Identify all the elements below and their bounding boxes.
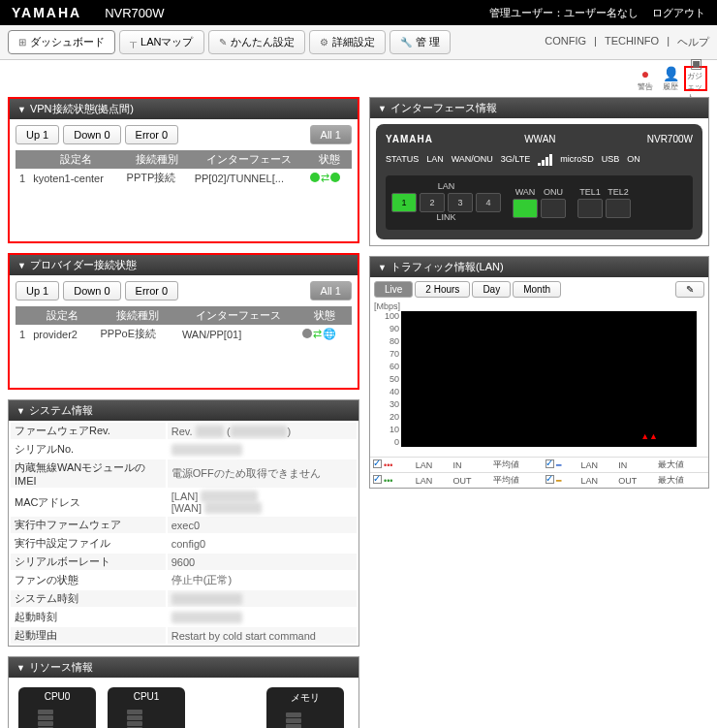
traffic-day-button[interactable]: Day [472,281,511,298]
system-info-row: 実行中設定ファイルconfig0 [11,535,357,552]
vpn-status-panel: ▼VPN接続状態(拠点間) Up 1 Down 0 Error 0 All 1 … [8,97,359,243]
system-info-row: 起動理由Restart by cold start command [11,627,357,644]
tel1-port[interactable] [577,199,603,218]
device-logo: YAMAHA [386,134,433,144]
tab-dashboard-label: ダッシュボード [30,35,105,49]
config-link[interactable]: CONFIG [545,35,586,49]
wwan-label: WWAN [524,134,555,144]
provider-down-filter[interactable]: Down 0 [63,281,120,301]
tel2-label: TEL2 [608,187,629,197]
history-icon[interactable]: 👤履歴 [659,66,682,91]
resource-panel: ▼リソース情報 CPU022 ⊣0 %CPU141 ⊣0 %メモリ17 ⊣17 … [8,656,359,728]
legend-check-1[interactable] [373,459,382,468]
provider-row[interactable]: 1 provider2 PPPoE接続 WAN/PP[01] ⇄🌐 [16,325,352,343]
resource-card-cpu1: CPU141 ⊣0 % [108,687,185,728]
lan-port-4[interactable]: 4 [476,193,501,212]
tab-easy-label: かんたん設定 [231,35,295,49]
device-model: NVR700W [647,134,693,144]
tab-lanmap-label: LANマップ [140,35,193,49]
system-info-table: ファームウェアRev.Rev. XXXX (XXXXXXXX)シリアルNo.XX… [9,421,358,646]
lan-port-3[interactable]: 3 [448,193,473,212]
vpn-th-status: 状態 [306,150,352,169]
lanmap-icon: ┬ [130,37,137,47]
traffic-month-button[interactable]: Month [513,281,561,298]
techinfo-link[interactable]: TECHINFO [605,35,659,49]
wand-icon: ✎ [219,37,227,47]
system-info-row: システム時刻XXXXXXXXXX [11,590,357,607]
provider-all-filter[interactable]: All 1 [310,281,352,301]
resource-panel-title: ▼リソース情報 [9,657,358,678]
legend-check-2[interactable] [373,475,382,484]
device-status-labels: STATUS LAN WAN/ONU 3G/LTE microSD USB ON [386,154,693,166]
vpn-th-type: 接続種別 [123,150,191,169]
provider-th-type: 接続種別 [97,306,178,325]
signal-icon [538,154,552,166]
system-panel-title: ▼システム情報 [9,400,358,421]
tab-dashboard[interactable]: ⊞ダッシュボード [8,30,115,54]
tab-manage[interactable]: 🔧管 理 [390,30,451,54]
system-info-row: シリアルNo.XXXXXXXXXX [11,441,357,458]
provider-panel-title: ▼プロバイダー接続状態 [10,255,358,275]
vpn-down-filter[interactable]: Down 0 [63,125,120,144]
provider-th-iface: インターフェース [178,306,298,325]
provider-up-filter[interactable]: Up 1 [16,281,59,301]
traffic-2hours-button[interactable]: 2 Hours [415,281,470,298]
dashboard-icon: ⊞ [18,37,26,47]
resource-card-cpu0: CPU022 ⊣0 % [18,687,96,728]
vpn-all-filter[interactable]: All 1 [310,125,352,144]
vpn-panel-title: ▼VPN接続状態(拠点間) [10,99,358,119]
system-info-row: シリアルボーレート9600 [11,554,357,570]
onu-port[interactable] [541,199,566,218]
vpn-table: 設定名 接続種別 インターフェース 状態 1 kyoten1-center PP… [16,150,352,187]
wan-port[interactable] [513,199,538,218]
provider-status-icon: ⇄🌐 [302,328,336,340]
provider-status-panel: ▼プロバイダー接続状態 Up 1 Down 0 Error 0 All 1 設定… [8,253,359,390]
link-label: LINK [436,212,455,222]
vpn-error-filter[interactable]: Error 0 [125,125,179,144]
wrench-icon: 🔧 [400,37,412,47]
vpn-th-iface: インターフェース [191,150,307,169]
tab-detail-setup[interactable]: ⚙詳細設定 [309,30,386,54]
logout-link[interactable]: ログアウト [652,6,705,20]
system-info-row: ファンの状態停止中(正常) [11,572,357,588]
tel1-label: TEL1 [579,187,601,197]
wan-group-label: WAN [515,187,536,197]
toolbar: ●警告 👤履歴 ▣ガジェット [0,60,717,97]
device-front-panel: YAMAHA WWAN NVR700W STATUS LAN WAN/ONU 3… [376,124,702,239]
vpn-th-name: 設定名 [29,150,122,169]
lan-port-2[interactable]: 2 [420,193,445,212]
provider-error-filter[interactable]: Error 0 [125,281,179,301]
vpn-row[interactable]: 1 kyoten1-center PPTP接続 PP[02]/TUNNEL[..… [16,169,352,187]
traffic-live-button[interactable]: Live [374,281,413,298]
legend-check-3[interactable] [546,459,554,468]
traffic-unit-label: [Mbps] [370,301,708,311]
product-name: NVR700W [105,6,164,20]
gear-icon: ⚙ [320,37,328,47]
traffic-panel: ▼トラフィック情報(LAN) Live 2 Hours Day Month ✎ … [369,256,709,489]
tab-lanmap[interactable]: ┬LANマップ [119,30,204,54]
tab-easy-setup[interactable]: ✎かんたん設定 [208,30,305,54]
gadget-button[interactable]: ▣ガジェット [684,66,707,91]
tab-detail-label: 詳細設定 [332,35,375,49]
tel2-port[interactable] [606,199,631,218]
help-link[interactable]: ヘルプ [677,35,709,49]
lan-port-1[interactable]: 1 [391,193,417,212]
traffic-legend: ••• LANIN平均値 ━ LANIN最大値 ••• LANOUT平均値 ━ … [370,457,708,488]
traffic-panel-title: ▼トラフィック情報(LAN) [370,257,708,277]
provider-th-name: 設定名 [29,306,96,325]
vpn-up-filter[interactable]: Up 1 [16,125,59,144]
system-info-panel: ▼システム情報 ファームウェアRev.Rev. XXXX (XXXXXXXX)シ… [8,399,359,647]
traffic-edit-button[interactable]: ✎ [675,281,704,298]
system-info-row: 内蔵無線WANモジュールのIMEI電源OFFのため取得できません [11,459,357,488]
traffic-chart: 1009080706050403020100 ▲▲ [401,311,697,447]
vpn-status-icon: ⇄ [310,172,340,184]
system-info-row: 実行中ファームウェアexec0 [11,517,357,533]
traffic-peak-marker: ▲▲ [640,431,658,441]
alert-icon[interactable]: ●警告 [634,66,657,91]
logo: YAMAHA [12,5,81,20]
admin-user-label: 管理ユーザー：ユーザー名なし [489,6,639,20]
legend-check-4[interactable] [546,475,554,484]
system-info-row: MACアドレス[LAN] XXXXXXXX[WAN] XXXXXXXX [11,490,357,515]
lan-group-label: LAN [438,181,455,191]
provider-th-status: 状態 [298,306,352,325]
